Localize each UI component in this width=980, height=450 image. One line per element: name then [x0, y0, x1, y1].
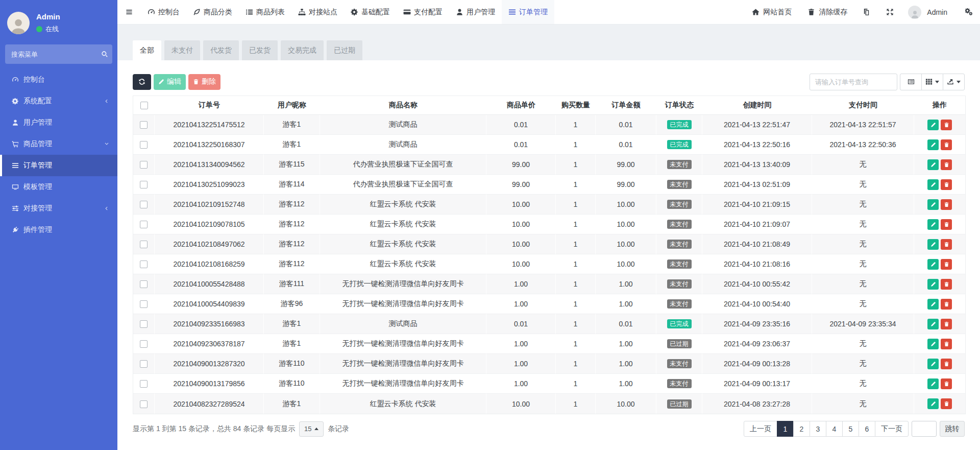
- sidebar-item-2[interactable]: 系统配置: [0, 90, 117, 112]
- row-delete-button[interactable]: [941, 179, 952, 190]
- row-edit-button[interactable]: [927, 259, 939, 270]
- page-jump-input[interactable]: [912, 421, 937, 437]
- row-checkbox[interactable]: [140, 221, 148, 228]
- row-edit-button[interactable]: [927, 339, 939, 349]
- row-checkbox[interactable]: [140, 241, 148, 248]
- row-checkbox[interactable]: [140, 380, 148, 388]
- order-search-input[interactable]: [810, 74, 897, 90]
- row-delete-button[interactable]: [941, 159, 952, 170]
- row-edit-button[interactable]: [927, 359, 939, 369]
- row-checkbox[interactable]: [140, 141, 148, 149]
- topbar-item-8[interactable]: 订单管理: [502, 0, 554, 24]
- row-delete-button[interactable]: [941, 219, 952, 230]
- row-delete-button[interactable]: [941, 239, 952, 250]
- select-all-checkbox[interactable]: [140, 102, 148, 109]
- topbar-user-name[interactable]: Admin: [927, 8, 947, 16]
- row-edit-button[interactable]: [927, 139, 939, 150]
- order-amount-cell: 0.01: [596, 135, 656, 155]
- topbar-item-3[interactable]: 商品列表: [239, 0, 291, 24]
- sidebar-item-6[interactable]: 模板管理: [0, 176, 117, 198]
- row-delete-button[interactable]: [941, 299, 952, 310]
- row-checkbox[interactable]: [140, 300, 148, 308]
- copy-page-button[interactable]: [863, 8, 870, 16]
- tab-6[interactable]: 已过期: [327, 40, 362, 60]
- topbar-item-4[interactable]: 对接站点: [291, 0, 344, 24]
- export-button[interactable]: [943, 74, 965, 90]
- site-home-link[interactable]: 网站首页: [752, 8, 792, 17]
- sidebar-item-1[interactable]: 控制台: [0, 69, 117, 90]
- topbar-item-7[interactable]: 用户管理: [449, 0, 502, 24]
- toggle-view-button[interactable]: [900, 74, 922, 90]
- row-edit-button[interactable]: [927, 239, 939, 250]
- tab-3[interactable]: 代发货: [203, 40, 239, 60]
- row-delete-button[interactable]: [941, 120, 952, 130]
- row-delete-button[interactable]: [941, 398, 952, 409]
- row-delete-button[interactable]: [941, 378, 952, 389]
- sidebar-item-8[interactable]: 插件管理: [0, 219, 117, 241]
- topbar-item-5[interactable]: 基础配置: [344, 0, 397, 24]
- row-delete-button[interactable]: [941, 259, 952, 270]
- sidebar-item-7[interactable]: 对接管理: [0, 198, 117, 219]
- row-edit-button[interactable]: [927, 319, 939, 329]
- sidebar-item-4[interactable]: 商品管理: [0, 133, 117, 155]
- sidebar-avatar[interactable]: [7, 12, 30, 34]
- page-jump-button[interactable]: 跳转: [940, 421, 965, 437]
- sidebar-search-input[interactable]: [11, 51, 101, 58]
- search-icon[interactable]: [101, 51, 108, 58]
- sidebar-item-5[interactable]: 订单管理: [0, 155, 117, 176]
- row-edit-button[interactable]: [927, 120, 939, 130]
- row-checkbox[interactable]: [140, 181, 148, 188]
- row-edit-button[interactable]: [927, 159, 939, 170]
- row-edit-button[interactable]: [927, 279, 939, 290]
- row-delete-button[interactable]: [941, 199, 952, 210]
- tab-4[interactable]: 已发货: [242, 40, 278, 60]
- row-edit-button[interactable]: [927, 219, 939, 230]
- row-delete-button[interactable]: [941, 279, 952, 290]
- row-checkbox[interactable]: [140, 201, 148, 208]
- row-edit-button[interactable]: [927, 199, 939, 210]
- topbar-item-6[interactable]: 支付配置: [397, 0, 449, 24]
- delete-button[interactable]: 删除: [188, 74, 220, 90]
- row-checkbox[interactable]: [140, 260, 148, 268]
- refresh-button[interactable]: [133, 74, 151, 90]
- page-button-2[interactable]: 2: [793, 421, 810, 437]
- created-time-cell: 2021-04-10 21:09:07: [702, 215, 812, 234]
- page-button-5[interactable]: 5: [842, 421, 859, 437]
- next-page-button[interactable]: 下一页: [875, 421, 909, 437]
- topbar-item-1[interactable]: 控制台: [141, 0, 186, 24]
- row-delete-button[interactable]: [941, 359, 952, 369]
- tab-5[interactable]: 交易完成: [281, 40, 324, 60]
- topbar-avatar[interactable]: [908, 6, 921, 19]
- row-edit-button[interactable]: [927, 179, 939, 190]
- sidebar-item-3[interactable]: 用户管理: [0, 112, 117, 133]
- row-delete-button[interactable]: [941, 139, 952, 150]
- tab-1[interactable]: 全部: [133, 40, 161, 60]
- row-checkbox[interactable]: [140, 280, 148, 288]
- row-edit-button[interactable]: [927, 378, 939, 389]
- tab-2[interactable]: 未支付: [164, 40, 200, 60]
- topbar-item-2[interactable]: 商品分类: [186, 0, 239, 24]
- row-delete-button[interactable]: [941, 319, 952, 329]
- edit-button[interactable]: 编辑: [154, 74, 186, 90]
- row-edit-button[interactable]: [927, 398, 939, 409]
- fullscreen-button[interactable]: [886, 8, 894, 16]
- clear-cache-link[interactable]: 清除缓存: [807, 8, 847, 17]
- page-size-dropdown[interactable]: 15: [299, 421, 324, 437]
- settings-button[interactable]: [965, 8, 973, 16]
- row-checkbox[interactable]: [140, 320, 148, 328]
- row-checkbox[interactable]: [140, 360, 148, 368]
- row-checkbox-cell: [133, 135, 155, 155]
- prev-page-button[interactable]: 上一页: [744, 421, 777, 437]
- page-button-3[interactable]: 3: [810, 421, 826, 437]
- row-checkbox[interactable]: [140, 400, 148, 408]
- row-delete-button[interactable]: [941, 339, 952, 349]
- page-button-4[interactable]: 4: [826, 421, 843, 437]
- row-edit-button[interactable]: [927, 299, 939, 310]
- page-button-1[interactable]: 1: [777, 421, 794, 437]
- columns-button[interactable]: [921, 74, 943, 90]
- row-checkbox[interactable]: [140, 121, 148, 129]
- row-checkbox[interactable]: [140, 340, 148, 348]
- row-checkbox[interactable]: [140, 161, 148, 169]
- sidebar-toggle-button[interactable]: [117, 0, 141, 24]
- page-button-6[interactable]: 6: [859, 421, 875, 437]
